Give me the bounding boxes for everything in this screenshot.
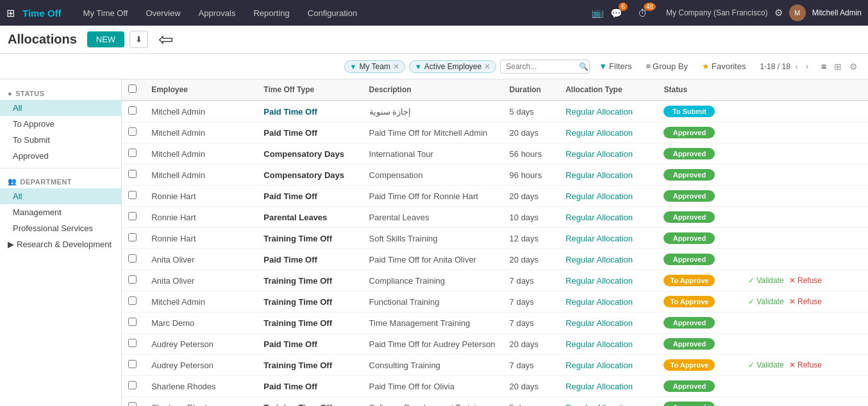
- row-checkbox[interactable]: [128, 191, 137, 199]
- row-checkbox[interactable]: [128, 127, 137, 136]
- duration-cell: 7 days: [503, 355, 560, 376]
- validate-btn[interactable]: ✓ Validate: [748, 297, 784, 306]
- sidebar-status-to-submit[interactable]: To Submit: [0, 132, 121, 148]
- download-button[interactable]: ⬇: [129, 31, 148, 48]
- sidebar-status-all[interactable]: All: [0, 100, 121, 116]
- row-checkbox[interactable]: [128, 360, 137, 368]
- sidebar-dept-rd[interactable]: ▶ Research & Development: [0, 236, 121, 252]
- row-checkbox[interactable]: [128, 170, 137, 178]
- nav-overview[interactable]: Overview: [137, 0, 189, 26]
- col-checkbox: [122, 79, 145, 101]
- groupby-label: Group By: [653, 61, 688, 71]
- app-name[interactable]: Time Off: [22, 8, 62, 19]
- row-checkbox-cell: [122, 207, 145, 228]
- status-cell: Approved: [657, 207, 741, 228]
- col-status-header[interactable]: Status: [657, 79, 741, 101]
- tools-icon[interactable]: ⚙: [774, 7, 783, 19]
- type-name: Paid Time Off: [263, 191, 317, 201]
- clock-icon[interactable]: ⏱48: [638, 7, 660, 19]
- row-checkbox[interactable]: [128, 149, 137, 157]
- type-cell: Paid Time Off: [257, 376, 362, 397]
- col-type-header[interactable]: Time Off Type: [257, 79, 362, 101]
- search-box[interactable]: 🔍: [500, 60, 590, 74]
- groupby-button[interactable]: ≡ Group By: [640, 59, 693, 74]
- employee-name: Ronnie Hart: [151, 191, 196, 201]
- next-page[interactable]: ›: [803, 61, 811, 72]
- type-cell: Training Time Off: [257, 313, 362, 334]
- grid-icon[interactable]: ⊞: [6, 7, 15, 19]
- back-arrow[interactable]: ⇦: [158, 29, 173, 50]
- topnav-right: 📺 💬6 ⏱48 My Company (San Francisco) ⚙ M …: [592, 4, 862, 21]
- filter-tag-myteam[interactable]: ▼ My Team ✕: [344, 60, 405, 73]
- desc-cell: Compensation: [363, 165, 503, 186]
- filters-button[interactable]: ▼ Filters: [594, 59, 637, 74]
- employee-name: Sharlene Rhodes: [151, 403, 215, 407]
- nav-my-time-off[interactable]: My Time Off: [74, 0, 137, 26]
- sidebar-dept-professional[interactable]: Professional Services: [0, 220, 121, 236]
- filter-bar: ▼ My Team ✕ ▼ Active Employee ✕ 🔍 ▼ Filt…: [0, 54, 868, 79]
- card-view-icon[interactable]: ⊞: [831, 60, 844, 73]
- row-checkbox[interactable]: [128, 254, 137, 263]
- row-checkbox[interactable]: [128, 275, 137, 284]
- employee-name: Mitchell Admin: [151, 170, 205, 180]
- row-checkbox[interactable]: [128, 402, 137, 406]
- favorites-button[interactable]: ★ Favorites: [697, 59, 751, 74]
- type-name: Paid Time Off: [263, 255, 317, 264]
- col-alloc-header[interactable]: Allocation Type: [559, 79, 657, 101]
- chat-icon[interactable]: 💬6: [610, 7, 631, 19]
- nav-configuration[interactable]: Configuration: [299, 0, 366, 26]
- screen-icon[interactable]: 📺: [592, 7, 604, 19]
- alloc-text: Regular Allocation: [565, 361, 633, 370]
- sidebar-dept-management[interactable]: Management: [0, 204, 121, 220]
- refuse-btn[interactable]: ✕ Refuse: [789, 361, 822, 369]
- row-checkbox[interactable]: [128, 212, 137, 220]
- validate-btn[interactable]: ✓ Validate: [748, 276, 784, 285]
- desc-text: Paid Time Off for Ronnie Hart: [369, 191, 478, 201]
- actions-cell: [742, 228, 868, 249]
- funnel-icon: ▼: [350, 63, 357, 70]
- settings-view-icon[interactable]: ⚙: [847, 60, 860, 73]
- new-button[interactable]: NEW: [87, 31, 124, 47]
- alloc-text: Regular Allocation: [565, 318, 633, 328]
- allocations-table: Employee Time Off Type Description Durat…: [122, 79, 868, 406]
- avatar[interactable]: M: [789, 4, 806, 21]
- row-checkbox[interactable]: [128, 318, 137, 326]
- filter-tag-active[interactable]: ▼ Active Employee ✕: [409, 60, 496, 73]
- refuse-btn[interactable]: ✕ Refuse: [789, 276, 822, 285]
- sidebar-status-to-approve[interactable]: To Approve: [0, 116, 121, 132]
- row-checkbox[interactable]: [128, 233, 137, 241]
- filter-myteam-close[interactable]: ✕: [393, 62, 399, 71]
- select-all-checkbox[interactable]: [128, 85, 137, 93]
- alloc-cell: Regular Allocation: [559, 397, 657, 407]
- desc-text: Soft Skills Training: [369, 234, 438, 243]
- employee-cell: Sharlene Rhodes: [145, 376, 257, 397]
- validate-btn[interactable]: ✓ Validate: [748, 361, 784, 369]
- filter-active-label: Active Employee: [424, 62, 481, 71]
- desc-text: Paid Time Off for Mitchell Admin: [369, 128, 488, 138]
- row-checkbox-cell: [122, 270, 145, 291]
- refuse-btn[interactable]: ✕ Refuse: [789, 297, 822, 306]
- sidebar-dept-all[interactable]: All: [0, 188, 121, 204]
- nav-approvals[interactable]: Approvals: [190, 0, 245, 26]
- sidebar-status-approved[interactable]: Approved: [0, 148, 121, 164]
- list-view-icon[interactable]: ≡: [819, 60, 829, 73]
- filter-active-close[interactable]: ✕: [484, 62, 490, 71]
- col-duration-header[interactable]: Duration: [503, 79, 560, 101]
- alloc-cell: Regular Allocation: [559, 122, 657, 143]
- nav-reporting[interactable]: Reporting: [244, 0, 298, 26]
- row-checkbox[interactable]: [128, 106, 137, 115]
- row-checkbox-cell: [122, 186, 145, 207]
- employee-name: Anita Oliver: [151, 255, 194, 264]
- row-checkbox[interactable]: [128, 296, 137, 305]
- type-cell: Training Time Off: [257, 291, 362, 313]
- row-checkbox[interactable]: [128, 339, 137, 347]
- search-input[interactable]: [506, 62, 576, 71]
- col-desc-header[interactable]: Description: [363, 79, 503, 101]
- row-checkbox[interactable]: [128, 381, 137, 389]
- employee-cell: Audrey Peterson: [145, 355, 257, 376]
- status-badge: To Approve: [664, 275, 715, 286]
- prev-page[interactable]: ‹: [793, 61, 801, 72]
- col-employee-header[interactable]: Employee: [145, 79, 257, 101]
- duration-cell: 5 days: [503, 397, 560, 407]
- status-cell: Approved: [657, 334, 741, 355]
